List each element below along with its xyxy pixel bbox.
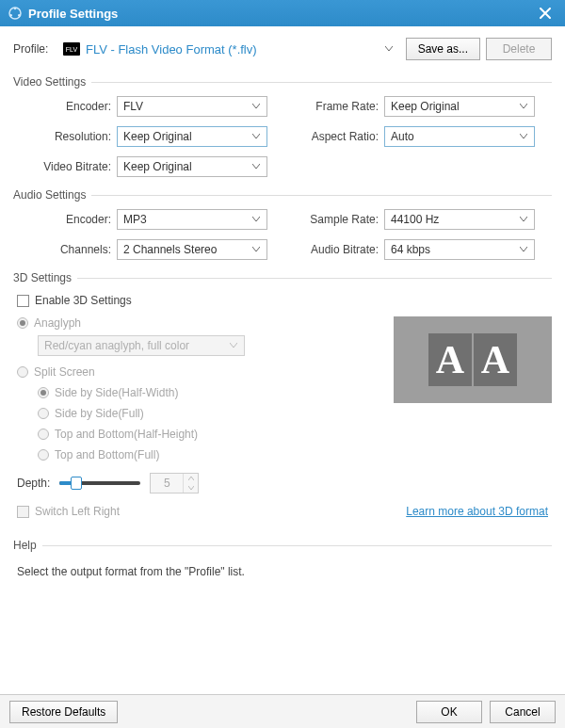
profile-select[interactable]: FLV FLV - Flash Video Format (*.flv) [58, 40, 400, 59]
close-button[interactable] [533, 3, 557, 24]
sample-rate-label: Sample Rate: [294, 213, 384, 226]
learn-more-link[interactable]: Learn more about 3D format [406, 505, 548, 518]
delete-button: Delete [486, 38, 552, 60]
video-encoder-label: Encoder: [13, 100, 117, 113]
video-settings-header: Video Settings [13, 75, 552, 89]
chevron-down-icon [517, 217, 530, 222]
video-encoder-select[interactable]: FLV [117, 96, 267, 117]
sbs-full-radio: Side by Side(Full) [13, 403, 375, 424]
app-icon [8, 6, 23, 21]
help-header: Help [13, 539, 552, 552]
svg-point-1 [14, 8, 17, 10]
resolution-label: Resolution: [13, 130, 117, 143]
chevron-up-icon [184, 474, 198, 483]
chevron-down-icon [517, 247, 530, 252]
anaglyph-radio: Anaglyph [13, 313, 375, 333]
chevron-down-icon [227, 343, 240, 348]
audio-settings-header: Audio Settings [13, 188, 552, 202]
depth-slider [59, 481, 140, 485]
audio-encoder-label: Encoder: [13, 213, 117, 226]
chevron-down-icon [250, 164, 263, 170]
depth-spinner: 5 [150, 473, 199, 493]
audio-bitrate-label: Audio Bitrate: [294, 243, 384, 256]
radio-icon [38, 387, 49, 398]
tab-full-radio: Top and Bottom(Full) [13, 445, 375, 465]
switch-lr-label: Switch Left Right [35, 505, 120, 518]
radio-icon [17, 366, 28, 378]
cancel-button[interactable]: Cancel [490, 701, 556, 723]
ok-button[interactable]: OK [416, 701, 482, 723]
3d-settings-header: 3D Settings [13, 271, 552, 284]
frame-rate-select[interactable]: Keep Original [384, 96, 535, 117]
depth-label: Depth: [17, 477, 50, 490]
frame-rate-label: Frame Rate: [294, 100, 384, 113]
radio-icon [17, 317, 28, 329]
chevron-down-icon [184, 483, 198, 493]
sbs-half-radio: Side by Side(Half-Width) [13, 382, 375, 403]
radio-icon [38, 408, 49, 419]
channels-select[interactable]: 2 Channels Stereo [117, 239, 267, 260]
tab-half-radio: Top and Bottom(Half-Height) [13, 424, 375, 445]
channels-label: Channels: [13, 243, 117, 256]
profile-label: Profile: [13, 42, 53, 56]
enable-3d-checkbox[interactable] [17, 295, 29, 307]
resolution-select[interactable]: Keep Original [117, 126, 267, 147]
3d-preview: AA [394, 316, 552, 403]
flv-icon: FLV [63, 42, 80, 56]
video-bitrate-label: Video Bitrate: [13, 160, 117, 173]
aspect-ratio-label: Aspect Ratio: [294, 130, 384, 143]
chevron-down-icon [517, 134, 530, 139]
video-bitrate-select[interactable]: Keep Original [117, 156, 267, 177]
chevron-down-icon [382, 46, 396, 52]
chevron-down-icon [250, 104, 263, 109]
window-title: Profile Settings [28, 7, 533, 21]
profile-value: FLV - Flash Video Format (*.flv) [86, 42, 382, 57]
title-bar: Profile Settings [0, 0, 565, 26]
radio-icon [38, 449, 49, 461]
help-text: Select the output format from the "Profi… [13, 559, 552, 578]
aspect-ratio-select[interactable]: Auto [384, 126, 535, 147]
save-as-button[interactable]: Save as... [406, 38, 480, 60]
svg-point-3 [18, 14, 21, 17]
switch-lr-checkbox [17, 506, 29, 518]
footer: Restore Defaults OK Cancel [0, 694, 565, 728]
audio-bitrate-select[interactable]: 64 kbps [384, 239, 535, 260]
enable-3d-label: Enable 3D Settings [35, 294, 132, 307]
chevron-down-icon [250, 217, 263, 222]
restore-defaults-button[interactable]: Restore Defaults [9, 701, 118, 723]
chevron-down-icon [250, 247, 263, 252]
chevron-down-icon [250, 134, 263, 139]
anaglyph-mode-select: Red/cyan anaglyph, full color [38, 335, 245, 356]
svg-point-2 [9, 14, 12, 17]
radio-icon [38, 429, 49, 440]
sample-rate-select[interactable]: 44100 Hz [384, 209, 535, 230]
audio-encoder-select[interactable]: MP3 [117, 209, 267, 230]
split-screen-radio: Split Screen [13, 362, 375, 382]
chevron-down-icon [517, 104, 530, 109]
